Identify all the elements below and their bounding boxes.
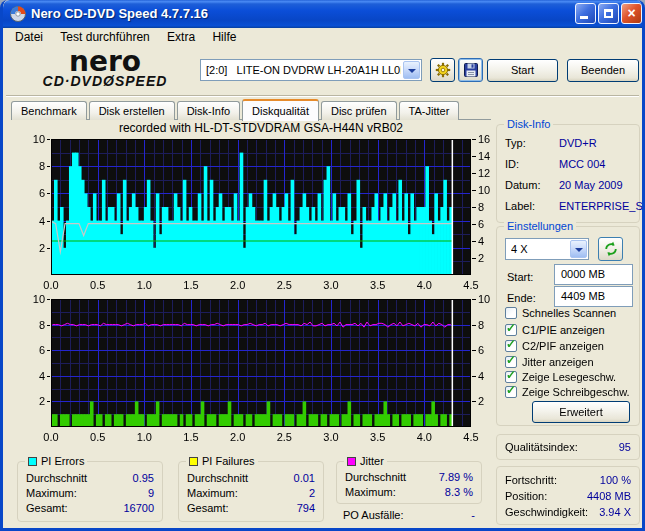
disc-glyph-icon: Ø: [103, 73, 115, 89]
menu-datei[interactable]: Datei: [8, 28, 50, 47]
maximize-button[interactable]: [598, 3, 619, 24]
position-value: 4408 MB: [587, 490, 631, 502]
checkbox-box-icon: [505, 386, 517, 398]
settings-checkbox-label: Zeige Schreibgeschw.: [522, 386, 630, 398]
speed-label: Geschwindigkeit:: [505, 506, 588, 518]
jitter-panel: Jitter Durchschnitt7.89 % Maximum:8.3 %: [336, 461, 482, 504]
progress-value: 100 %: [600, 474, 631, 486]
stat-value: 2: [309, 487, 315, 499]
header-separator: [6, 95, 639, 97]
settings-checkbox-label: Jitter anzeigen: [522, 356, 594, 368]
stat-value: 16700: [123, 502, 154, 514]
tab-ta-jitter[interactable]: TA-Jitter: [399, 101, 460, 120]
tab-disc-pruefen[interactable]: Disc prüfen: [321, 101, 397, 120]
start-button[interactable]: Start: [487, 59, 558, 82]
stat-label: Gesamt:: [26, 502, 68, 514]
pi-errors-panel: PI Errors Durchschnitt0.95 Maximum:9 Ges…: [17, 461, 163, 522]
menu-hilfe[interactable]: Hilfe: [205, 28, 243, 47]
checkbox-box-icon: [505, 340, 517, 352]
pi-errors-chart: [11, 133, 493, 295]
disk-info-value: 20 May 2009: [559, 179, 623, 191]
quality-index-value: 95: [619, 441, 631, 453]
nero-logo-wordmark: nero: [17, 50, 193, 74]
app-window: Nero CD-DVD Speed 4.7.7.16 × Datei Test …: [0, 0, 645, 531]
pi-failures-caption: PI Failures: [186, 455, 258, 468]
jitter-pif-chart: [11, 293, 493, 445]
close-button[interactable]: ×: [621, 3, 642, 24]
tab-disk-info[interactable]: Disk-Info: [177, 101, 240, 120]
checkbox-box-icon: [505, 324, 517, 336]
position-label: Position:: [505, 490, 547, 502]
tab-benchmark[interactable]: Benchmark: [11, 101, 87, 120]
speed-selector-dropdown-button[interactable]: [570, 240, 587, 258]
stat-value: 7.89 %: [439, 471, 473, 483]
scan-start-field[interactable]: 0000 MB: [554, 264, 633, 285]
stat-value: 9: [148, 487, 154, 499]
maximize-icon: [604, 9, 613, 18]
chevron-down-icon: [575, 248, 583, 252]
stat-value: 0.01: [294, 472, 315, 484]
disk-info-value: ENTERPRISE_S: [559, 200, 643, 212]
stat-label: Maximum:: [345, 486, 396, 498]
jitter-caption: Jitter: [344, 455, 387, 468]
stat-label: Durchschnitt: [345, 471, 406, 483]
tab-diskqualitaet[interactable]: Diskqualität: [242, 99, 319, 121]
tab-disk-erstellen[interactable]: Disk erstellen: [89, 101, 175, 120]
settings-caption: Einstellungen: [504, 220, 576, 233]
checkbox-lesegeschw[interactable]: Zeige Lesegeschw.: [505, 371, 616, 384]
pi-errors-caption: PI Errors: [25, 455, 87, 468]
stat-value: 794: [297, 502, 315, 514]
chevron-down-icon: [408, 69, 416, 73]
checkbox-schnelles-scannen[interactable]: Schnelles Scannen: [505, 307, 616, 320]
po-failures-label: PO Ausfälle:: [343, 509, 404, 521]
pi-errors-color-swatch-icon: [28, 457, 37, 466]
quality-index-panel: Qualitätsindex:95: [496, 434, 640, 460]
cd-dvd-speed-wordmark: CD·DVDØSPEED: [17, 74, 193, 88]
settings-panel: Einstellungen 4 X Start: 0000 MB Ende: 4…: [496, 226, 640, 426]
minimize-button[interactable]: [575, 3, 596, 24]
speed-selector-value: 4 X: [511, 239, 568, 259]
options-button[interactable]: [430, 58, 455, 82]
drive-selector-value: [2:0] LITE-ON DVDRW LH-20A1H LL0D: [206, 60, 401, 80]
speed-value: 3.94 X: [599, 506, 631, 518]
scan-end-label: Ende:: [507, 292, 536, 305]
checkbox-c1-pie[interactable]: C1/PIE anzeigen: [505, 324, 605, 337]
settings-checkbox-label: Zeige Lesegeschw.: [522, 371, 616, 383]
quit-button[interactable]: Beenden: [567, 59, 639, 82]
progress-panel: Fortschritt:100 % Position:4408 MB Gesch…: [496, 466, 640, 525]
settings-checkbox-label: Schnelles Scannen: [522, 307, 616, 319]
checkbox-box-icon: [505, 356, 517, 368]
drive-selector-dropdown-button[interactable]: [403, 61, 420, 79]
save-button[interactable]: [458, 58, 483, 82]
pi-failures-color-swatch-icon: [189, 457, 198, 466]
menu-extra[interactable]: Extra: [160, 28, 202, 47]
settings-checkbox-label: C2/PIF anzeigen: [522, 340, 604, 352]
scan-end-field[interactable]: 4409 MB: [554, 286, 633, 307]
disk-info-label: Datum:: [505, 179, 540, 191]
drive-selector[interactable]: [2:0] LITE-ON DVDRW LH-20A1H LL0D: [200, 59, 422, 81]
checkbox-c2-pif[interactable]: C2/PIF anzeigen: [505, 340, 604, 353]
stat-label: Durchschnitt: [187, 472, 248, 484]
po-failures-value: -: [471, 509, 475, 521]
disk-info-caption: Disk-Info: [504, 118, 553, 131]
refresh-icon: [603, 241, 619, 257]
title-bar: Nero CD-DVD Speed 4.7.7.16 ×: [3, 0, 645, 28]
minimize-icon: [580, 16, 588, 19]
checkbox-schreibgeschw[interactable]: Zeige Schreibgeschw.: [505, 386, 630, 399]
stat-value: 0.95: [133, 472, 154, 484]
stat-label: Maximum:: [187, 487, 238, 499]
window-title: Nero CD-DVD Speed 4.7.7.16: [31, 6, 208, 21]
speed-selector[interactable]: 4 X: [505, 238, 589, 260]
stat-label: Gesamt:: [187, 502, 229, 514]
stat-label: Durchschnitt: [26, 472, 87, 484]
checkbox-box-icon: [505, 371, 517, 383]
advanced-button[interactable]: Erweitert: [532, 401, 630, 423]
quality-index-label: Qualitätsindex:: [505, 441, 578, 453]
po-failures-row: PO Ausfälle: -: [343, 509, 475, 523]
disk-info-value: DVD+R: [559, 137, 597, 149]
refresh-button[interactable]: [598, 237, 623, 261]
checkbox-jitter[interactable]: Jitter anzeigen: [505, 356, 594, 369]
save-floppy-icon: [463, 62, 479, 78]
disk-info-label: ID:: [505, 158, 519, 170]
jitter-color-swatch-icon: [347, 457, 356, 466]
